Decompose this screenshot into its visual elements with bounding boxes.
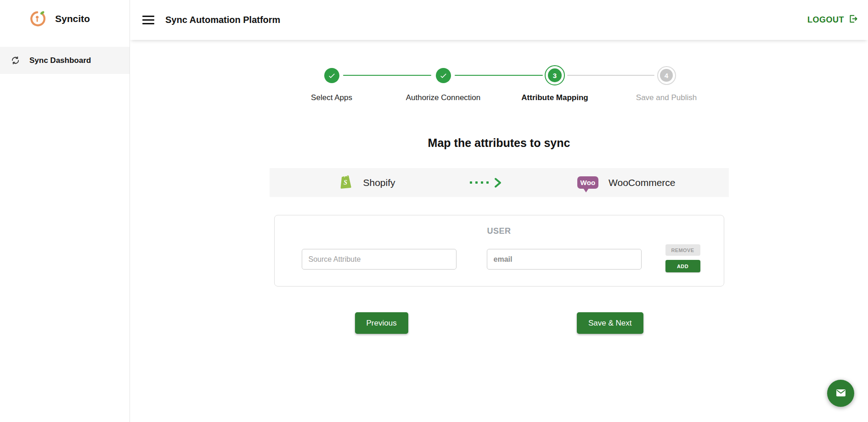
target-attribute-input[interactable]: [487, 249, 642, 270]
sidebar-nav: Sync Dashboard: [0, 47, 130, 74]
stepper-connector-3: [567, 75, 654, 76]
svg-text:S: S: [344, 179, 347, 186]
step-1-check-icon[interactable]: [324, 68, 339, 83]
source-app-label: Shopify: [363, 177, 395, 188]
step-4-label: Save and Publish: [636, 93, 697, 102]
previous-button[interactable]: Previous: [355, 312, 408, 334]
app-root: Syncito Sync Dashboard Sync Automation P: [0, 0, 868, 422]
step-authorize-connection: Authorize Connection: [388, 65, 499, 102]
apps-connection-row: S Shopify Woo WooCommerce: [270, 168, 729, 197]
brand-name: Syncito: [55, 13, 90, 24]
step-3-circle[interactable]: 3: [545, 65, 565, 85]
logout-icon: [848, 14, 858, 26]
logout-button[interactable]: LOGOUT: [807, 14, 858, 26]
woocommerce-icon: Woo: [577, 176, 598, 189]
menu-icon[interactable]: [142, 16, 154, 24]
brand[interactable]: Syncito: [0, 0, 130, 28]
step-2-check-icon[interactable]: [436, 68, 451, 83]
remove-mapping-button[interactable]: REMOVE: [665, 244, 700, 256]
wizard-actions: Previous Save & Next: [355, 312, 643, 334]
source-app: S Shopify: [338, 174, 395, 192]
stepper-connector-1: [343, 75, 431, 76]
step-select-apps: Select Apps: [276, 65, 388, 102]
page-title: Sync Automation Platform: [165, 15, 280, 25]
syncito-logo-icon: [28, 10, 46, 28]
step-save-and-publish: 4 Save and Publish: [611, 65, 722, 102]
add-mapping-button[interactable]: ADD: [665, 260, 700, 272]
logout-label: LOGOUT: [807, 15, 844, 25]
sidebar: Syncito Sync Dashboard: [0, 0, 130, 422]
step-3-number: 3: [548, 68, 562, 82]
main-content: Select Apps Authorize Connection 3: [130, 40, 868, 422]
step-1-label: Select Apps: [311, 93, 352, 102]
stepper-connector-2: [455, 75, 543, 76]
sidebar-item-label: Sync Dashboard: [29, 56, 91, 65]
target-app: Woo WooCommerce: [577, 176, 675, 189]
target-app-label: WooCommerce: [609, 177, 675, 188]
step-4-circle[interactable]: 4: [657, 66, 676, 85]
source-attribute-input[interactable]: [302, 249, 457, 270]
top-header: Sync Automation Platform LOGOUT: [130, 0, 868, 40]
step-attribute-mapping: 3 Attribute Mapping: [499, 65, 611, 102]
save-next-button[interactable]: Save & Next: [577, 312, 643, 334]
chat-widget-button[interactable]: [827, 380, 854, 407]
step-3-label: Attribute Mapping: [521, 93, 588, 102]
sync-icon: [10, 56, 20, 66]
attribute-mapping-card: USER REMOVE ADD: [274, 215, 724, 287]
mapping-row: REMOVE ADD: [275, 246, 724, 272]
sidebar-item-sync-dashboard[interactable]: Sync Dashboard: [0, 47, 130, 74]
step-4-number: 4: [660, 69, 673, 82]
sync-direction-arrow-icon: [470, 177, 503, 188]
shopify-icon: S: [338, 174, 353, 192]
envelope-icon: [834, 386, 847, 400]
row-actions: REMOVE ADD: [665, 244, 700, 272]
wizard-stepper: Select Apps Authorize Connection 3: [276, 65, 722, 102]
entity-section-title: USER: [275, 226, 724, 236]
step-2-label: Authorize Connection: [406, 93, 481, 102]
map-attributes-heading: Map the attributes to sync: [130, 136, 868, 150]
